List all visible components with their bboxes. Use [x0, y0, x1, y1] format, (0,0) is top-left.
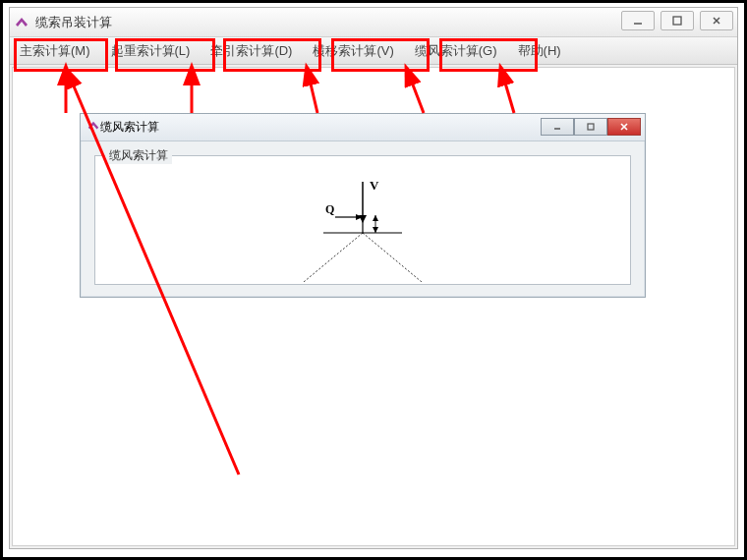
diagram: V Q — [264, 174, 461, 272]
groupbox-label: 缆风索计算 — [105, 147, 172, 164]
close-button[interactable] — [700, 11, 733, 30]
minimize-button[interactable] — [621, 11, 655, 30]
groupbox: 缆风索计算 V Q — [94, 155, 631, 285]
child-window: 缆风索计算 缆风索计算 V Q — [80, 113, 646, 298]
main-window-controls — [621, 11, 733, 30]
svg-marker-5 — [88, 122, 99, 130]
svg-rect-7 — [588, 124, 594, 130]
child-window-controls — [541, 118, 641, 136]
svg-marker-19 — [373, 215, 378, 221]
child-minimize-button[interactable] — [541, 118, 574, 136]
menu-traction-cable[interactable]: 牵引索计算(D) — [201, 37, 303, 64]
app-icon — [14, 15, 29, 30]
menu-lifting-cable[interactable]: 起重索计算(L) — [101, 37, 201, 64]
menu-guy-cable[interactable]: 缆风索计算(G) — [405, 37, 508, 64]
main-title: 缆索吊装计算 — [35, 14, 112, 31]
diagram-label-q: Q — [325, 202, 334, 216]
menu-transverse-cable[interactable]: 横移索计算(V) — [303, 37, 404, 64]
svg-line-17 — [363, 233, 422, 282]
main-titlebar: 缆索吊装计算 — [10, 8, 737, 37]
child-title: 缆风索计算 — [100, 119, 159, 136]
svg-rect-2 — [673, 17, 681, 25]
svg-line-16 — [304, 233, 363, 282]
child-app-icon — [86, 119, 100, 136]
menu-main-cable[interactable]: 主索计算(M) — [10, 37, 101, 64]
svg-marker-0 — [16, 18, 28, 27]
menu-help[interactable]: 帮助(H) — [508, 37, 572, 64]
child-maximize-button[interactable] — [574, 118, 607, 136]
maximize-button[interactable] — [661, 11, 694, 30]
menubar: 主索计算(M) 起重索计算(L) 牵引索计算(D) 横移索计算(V) 缆风索计算… — [10, 37, 737, 65]
child-close-button[interactable] — [607, 118, 641, 136]
diagram-label-v: V — [370, 178, 379, 193]
child-titlebar: 缆风索计算 — [81, 114, 645, 141]
svg-marker-20 — [373, 227, 378, 233]
